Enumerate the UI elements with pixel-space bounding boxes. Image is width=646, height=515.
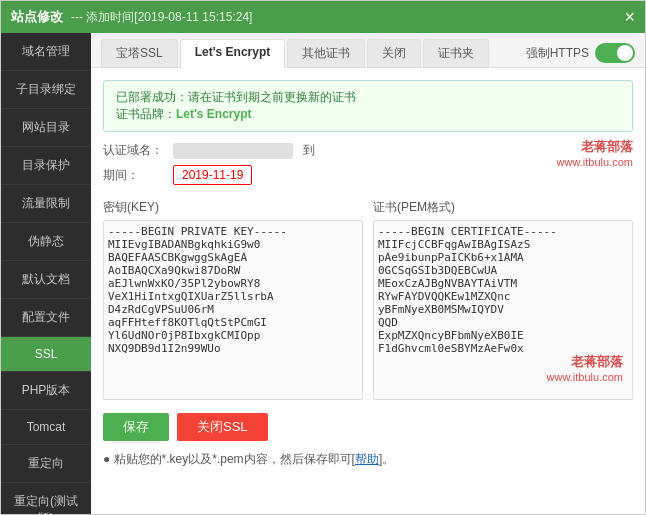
brand-label: 证书品牌： [116, 107, 176, 121]
sidebar-item-redirect[interactable]: 重定向 [1, 445, 91, 483]
title-bar-left: 站点修改 --- 添加时间[2019-08-11 15:15:24] [11, 8, 252, 26]
tab-content: 已部署成功：请在证书到期之前更换新的证书 证书品牌：Let's Encrypt … [91, 68, 645, 514]
sidebar-item-rewrite[interactable]: 伪静态 [1, 223, 91, 261]
sidebar-item-redirect-beta[interactable]: 重定向(测试版) [1, 483, 91, 514]
domain-end: 到 [303, 142, 315, 159]
domain-overlay [173, 143, 297, 159]
content-area: 域名管理 子目录绑定 网站目录 目录保护 流量限制 伪静态 默认文档 配置文件 [1, 33, 645, 514]
sidebar-item-config[interactable]: 配置文件 [1, 299, 91, 337]
success-text: 已部署成功：请在证书到期之前更换新的证书 [116, 90, 356, 104]
save-button[interactable]: 保存 [103, 413, 169, 441]
domain-row: 认证域名： 到 [103, 142, 315, 159]
https-toggle-switch[interactable] [595, 43, 635, 63]
help-prefix: ● 粘贴您的*.key以及*.pem内容，然后保存即可[ [103, 452, 355, 466]
tab-letsencrypt[interactable]: Let's Encrypt [180, 39, 286, 68]
tabs-bar: 宝塔SSL Let's Encrypt 其他证书 关闭 证书夹 [91, 33, 645, 68]
sidebar-item-ssl[interactable]: SSL [1, 337, 91, 372]
tab-close[interactable]: 关闭 [367, 39, 421, 67]
sidebar-item-subdir[interactable]: 子目录绑定 [1, 71, 91, 109]
toggle-knob [617, 45, 633, 61]
https-toggle-group: 强制HTTPS [526, 43, 635, 63]
cert-col: 证书(PEM格式) 老蒋部落 www.itbulu.com [373, 199, 633, 403]
brand-value: Let's Encrypt [176, 107, 252, 121]
window-title: 站点修改 [11, 8, 63, 26]
tab-baota-ssl[interactable]: 宝塔SSL [101, 39, 178, 67]
cert-label: 证书(PEM格式) [373, 199, 633, 216]
help-text: ● 粘贴您的*.key以及*.pem内容，然后保存即可[帮助]。 [103, 451, 633, 468]
title-bar: 站点修改 --- 添加时间[2019-08-11 15:15:24] × [1, 1, 645, 33]
success-banner: 已部署成功：请在证书到期之前更换新的证书 证书品牌：Let's Encrypt [103, 80, 633, 132]
cert-section: 密钥(KEY) 证书(PEM格式) 老蒋部落 www.itbulu.com [103, 199, 633, 403]
tab-certfolder[interactable]: 证书夹 [423, 39, 489, 67]
tab-other-cert[interactable]: 其他证书 [287, 39, 365, 67]
main-window: 站点修改 --- 添加时间[2019-08-11 15:15:24] × 域名管… [0, 0, 646, 515]
watermark-name: 老蒋部落 [557, 138, 633, 156]
window-subtitle: --- 添加时间[2019-08-11 15:15:24] [71, 9, 252, 26]
cert-textarea[interactable] [373, 220, 633, 400]
domain-blur [173, 143, 293, 159]
button-row: 保存 关闭SSL [103, 413, 633, 441]
help-link[interactable]: 帮助 [355, 452, 379, 466]
domain-label: 认证域名： [103, 142, 173, 159]
watermark-area: 老蒋部落 www.itbulu.com [557, 138, 633, 168]
close-ssl-button[interactable]: 关闭SSL [177, 413, 268, 441]
sidebar-item-default-doc[interactable]: 默认文档 [1, 261, 91, 299]
sidebar-item-dirprotect[interactable]: 目录保护 [1, 147, 91, 185]
main-panel: 宝塔SSL Let's Encrypt 其他证书 关闭 证书夹 [91, 33, 645, 514]
watermark-url: www.itbulu.com [557, 156, 633, 168]
sidebar-item-domain[interactable]: 域名管理 [1, 33, 91, 71]
sidebar: 域名管理 子目录绑定 网站目录 目录保护 流量限制 伪静态 默认文档 配置文件 [1, 33, 91, 514]
key-textarea[interactable] [103, 220, 363, 400]
close-button[interactable]: × [624, 8, 635, 26]
sidebar-item-webdir[interactable]: 网站目录 [1, 109, 91, 147]
period-value: 2019-11-19 [173, 165, 252, 185]
sidebar-item-tomcat[interactable]: Tomcat [1, 410, 91, 445]
https-toggle-label: 强制HTTPS [526, 45, 589, 62]
sidebar-item-traffic[interactable]: 流量限制 [1, 185, 91, 223]
sidebar-item-php[interactable]: PHP版本 [1, 372, 91, 410]
help-suffix: ]。 [379, 452, 394, 466]
tab-group: 宝塔SSL Let's Encrypt 其他证书 关闭 证书夹 [101, 39, 489, 67]
period-row: 期间： 2019-11-19 [103, 165, 315, 185]
period-label: 期间： [103, 167, 173, 184]
key-label: 密钥(KEY) [103, 199, 363, 216]
key-col: 密钥(KEY) [103, 199, 363, 403]
